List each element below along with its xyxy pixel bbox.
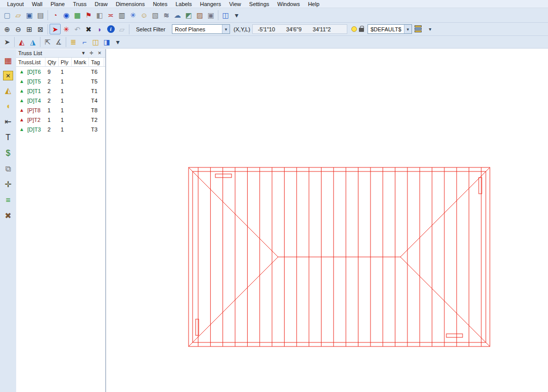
export-panel-icon[interactable]: ◫ [220,10,231,21]
hanger-tool-icon[interactable]: ✛ [2,179,14,190]
truss-qty: 2 [45,126,59,133]
zoom-window-icon[interactable]: ⊞ [24,24,35,34]
close-icon[interactable]: ✕ [96,50,103,57]
undo-icon[interactable]: ↶ [72,24,83,34]
filter-combobox[interactable]: Roof Planes ▾ [172,24,230,34]
pointer-tool-icon[interactable]: ➤ [2,37,13,48]
wall-tool-icon[interactable]: ▦ [2,55,14,66]
snap-burst-icon[interactable]: ✳ [61,24,72,34]
select-pointer-icon[interactable]: ➤ [50,24,61,34]
truss-name-cell: ▲[D]T5 [16,78,45,84]
wall-select-icon[interactable]: ◭ [16,37,27,48]
truss-row[interactable]: ▲[P]T211T2 [16,115,105,124]
chevron-down-icon[interactable]: ▾ [222,25,230,33]
menu-hangers[interactable]: Hangers [196,1,225,8]
column-ply[interactable]: Ply [59,58,72,66]
truss-table-header: TrussList Qty Ply Mark Tag [16,58,105,67]
zoom-sheet-icon[interactable]: ◔ [50,10,61,21]
opening-tool-icon[interactable]: ✕ [3,71,13,80]
screen-icon[interactable]: ▦ [72,10,83,21]
waveform-icon[interactable]: ≋ [161,10,172,21]
estimate-icon[interactable]: ◩ [183,10,194,21]
dimension-style-icon[interactable]: ≍ [105,10,116,21]
drawing-canvas[interactable] [108,49,548,392]
open-icon[interactable]: ▱ [13,10,24,21]
disabled-tool-icon[interactable]: ▱ [116,24,127,34]
roof-tool-icon[interactable]: ◭ [2,85,14,96]
menu-draw[interactable]: Draw [90,1,112,8]
layers-icon[interactable] [414,24,425,34]
truss-ply: 1 [59,88,72,94]
menu-wall[interactable]: Wall [28,1,47,8]
flag-icon[interactable]: ⚑ [83,10,94,21]
zoom-all-icon[interactable]: ⊠ [35,24,46,34]
export-layout-icon[interactable]: ◨ [101,37,112,48]
ceiling-tool-icon[interactable]: ◖ [2,101,14,112]
layers-tool-icon[interactable]: ≡ [2,195,14,206]
chevron-down-icon[interactable]: ▾ [404,25,412,33]
stair-icon[interactable]: ≣ [68,37,79,48]
new-icon[interactable]: ▢ [2,10,13,21]
move-truss-icon[interactable]: ⇱ [42,37,53,48]
truss-panel-header[interactable]: Truss List ▼ ✛ ✕ [16,49,105,58]
tools-icon[interactable]: ✖ [2,210,14,222]
select-filter-button[interactable]: Select Filter [132,25,169,33]
truss-row[interactable]: ▲[P]T811T8 [16,105,105,115]
menu-settings[interactable]: Settings [245,1,273,8]
wheel-icon[interactable]: ✳ [127,10,139,21]
roof-plan-svg[interactable] [108,49,548,392]
zoom-in-icon[interactable]: ⊕ [2,24,13,34]
save-icon[interactable]: ▣ [24,10,35,21]
truss-name-cell: ▲[D]T1 [16,88,45,94]
menu-windows[interactable]: Windows [273,1,304,8]
fill-panel-icon[interactable]: ◫ [90,37,101,48]
layer-combobox[interactable]: $DEFAULT$ ▾ [368,24,412,34]
menu-view[interactable]: View [225,1,245,8]
plane-select-icon[interactable]: ◮ [27,37,38,48]
delete-icon[interactable]: ✖ [83,24,94,34]
globe-icon[interactable]: ◉ [61,10,72,21]
paint-icon[interactable]: ◗ [94,24,105,34]
truss-ply: 1 [59,98,72,104]
menu-layout[interactable]: Layout [3,1,28,8]
toolbar1-overflow-icon[interactable]: ▾ [231,10,242,21]
panel-menu-icon[interactable]: ▼ [80,50,87,57]
cloud-icon[interactable]: ☁ [172,10,183,21]
column-qty[interactable]: Qty [45,58,59,66]
column-tag[interactable]: Tag [89,58,104,66]
toolbar2-overflow-icon[interactable]: ▾ [425,24,436,34]
truss-tag: T3 [89,126,104,133]
section-icon[interactable]: ⌐ [79,37,90,48]
picture-icon[interactable]: ▨ [194,10,205,21]
truss-label-tool-icon[interactable]: T [2,132,14,143]
column-trusslist[interactable]: TrussList [16,58,45,66]
menu-notes[interactable]: Notes [149,1,171,8]
toolbar3-overflow-icon[interactable]: ▾ [112,37,123,48]
print-icon[interactable]: ▤ [35,10,46,21]
report-icon[interactable]: ▧ [150,10,161,21]
truss-row[interactable]: ▲[D]T321T3 [16,124,105,134]
frame-icon[interactable]: ▣ [205,10,216,21]
truss-row[interactable]: ▲[D]T421T4 [16,96,105,105]
copy-page-icon[interactable]: ◧ [94,10,105,21]
truss-row[interactable]: ▲[D]T121T1 [16,86,105,96]
menu-labels[interactable]: Labels [171,1,196,8]
truss-row[interactable]: ▲[D]T691T6 [16,67,105,76]
pin-icon[interactable]: ✛ [88,50,95,57]
coordinate-display: -5'1"10 34'6"9 34'11"2 [252,24,347,34]
dimension-tool-icon[interactable]: ⇤ [2,116,14,127]
zoom-out-icon[interactable]: ⊖ [13,24,24,34]
money-tool-icon[interactable]: $ [2,148,14,159]
angle-label-icon[interactable]: ∡ [53,37,64,48]
menu-dimensions[interactable]: Dimensions [112,1,149,8]
menu-help[interactable]: Help [304,1,324,8]
info-icon[interactable]: i [105,24,116,34]
truss-row[interactable]: ▲[D]T521T5 [16,76,105,86]
copy-tool-icon[interactable]: ⧉ [2,163,14,175]
columns-icon[interactable]: ▥ [116,10,127,21]
menu-truss[interactable]: Truss [69,1,90,8]
column-mark[interactable]: Mark [72,58,89,66]
truss-name-cell: ▲[D]T3 [16,126,45,133]
menu-plane[interactable]: Plane [47,1,69,8]
smiley-icon[interactable]: ☺ [139,10,150,21]
